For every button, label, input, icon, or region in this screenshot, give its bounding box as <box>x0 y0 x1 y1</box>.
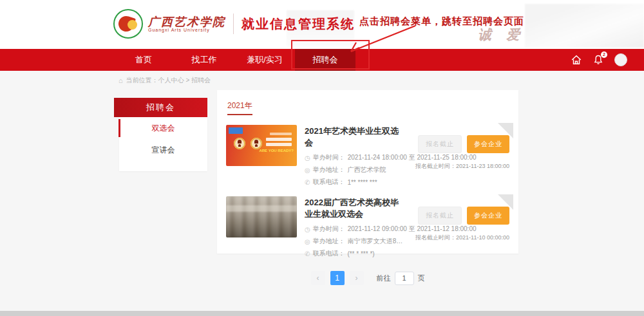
deadline-label: 报名截止时间： <box>415 234 456 241</box>
phone-value: 1** **** *** <box>347 179 377 186</box>
time-label: 举办时间： <box>313 153 345 162</box>
fair-info: 2022届广西艺术类高校毕业生就业双选会 ◷ 举办时间： 2021-11-12 … <box>305 196 406 258</box>
nav-item-home[interactable]: 首页 <box>113 49 174 71</box>
phone-icon: ✆ <box>305 179 310 186</box>
phone-icon: ✆ <box>305 250 310 257</box>
registration-closed-button[interactable]: 报名截止 <box>418 135 462 153</box>
system-title: 就业信息管理系统 <box>242 15 355 33</box>
corner-ribbon-icon <box>498 123 513 138</box>
fair-actions: 报名截止 参会企业 报名截止时间：2021-11-10 00:00:00 <box>406 196 509 258</box>
figure-icon <box>251 138 262 149</box>
notification-bell-icon[interactable]: 2 <box>592 54 604 66</box>
sidebar-item-info-session[interactable]: 宣讲会 <box>119 139 207 161</box>
address-value: 广西艺术学院 <box>348 165 386 174</box>
button-row: 报名截止 参会企业 <box>406 207 509 225</box>
sidebar-item-label: 双选会 <box>152 124 175 133</box>
fair-actions: 报名截止 参会企业 报名截止时间：2021-11-23 18:00:00 <box>406 125 509 187</box>
breadcrumb-text: 当前位置：个人中心 > 招聘会 <box>126 76 211 85</box>
nav-item-find-job[interactable]: 找工作 <box>174 49 234 71</box>
university-name: 广西艺术学院 Guangxi Arts University <box>148 15 225 32</box>
sidebar-item-label: 宣讲会 <box>152 145 175 154</box>
registration-deadline: 报名截止时间：2021-11-10 00:00:00 <box>406 234 509 242</box>
breadcrumb: ⌂ 当前位置：个人中心 > 招聘会 <box>0 71 644 85</box>
pagination: ‹ 1 › 前往 页 <box>226 271 509 285</box>
goto-page-input[interactable] <box>395 272 414 285</box>
button-row: 报名截止 参会企业 <box>406 135 509 153</box>
registration-closed-button[interactable]: 报名截止 <box>418 207 462 225</box>
breadcrumb-home-icon: ⌂ <box>118 77 123 84</box>
annotation-text: 点击招聘会菜单，跳转至招聘会页面 <box>359 15 524 28</box>
fair-thumbnail[interactable]: ARE YOU READY? <box>226 125 297 166</box>
location-icon: ◎ <box>305 167 310 174</box>
page: 诚 爱 广西艺术学院 Guangxi Arts University 就业信息管… <box>0 0 644 316</box>
main-navbar: 首页 找工作 兼职/实习 招聘会 2 <box>0 49 644 71</box>
address-label: 举办地址： <box>313 237 345 246</box>
nav-item-parttime[interactable]: 兼职/实习 <box>234 49 295 71</box>
footer-strip <box>0 311 644 316</box>
address-label: 举办地址： <box>313 165 345 174</box>
thumb-slogan: ARE YOU READY? <box>259 149 294 153</box>
phone-label: 联系电话： <box>312 249 345 258</box>
content-area: ⌂ 当前位置：个人中心 > 招聘会 招聘会 双选会 宣讲会 2021年 <box>0 71 644 311</box>
thumb-text-bar <box>270 133 292 135</box>
job-fair-card: ARE YOU READY? 2021年艺术类毕业生双选会 ◷ 举办时间： 20… <box>226 125 509 187</box>
fair-title[interactable]: 2021年艺术类毕业生双选会 <box>305 125 406 149</box>
phone-value: (** * *** *) <box>347 250 374 257</box>
nav-item-job-fair[interactable]: 招聘会 <box>295 49 355 71</box>
clock-icon: ◷ <box>305 226 310 233</box>
building-watermark-right <box>525 4 644 48</box>
fair-info: 2021年艺术类毕业生双选会 ◷ 举办时间： 2021-11-24 18:00:… <box>305 125 406 187</box>
fair-phone-row: ✆ 联系电话： (** * *** *) <box>305 249 406 258</box>
page-unit-label: 页 <box>418 274 425 283</box>
pagination-goto: 前往 页 <box>377 272 425 285</box>
logo-divider <box>233 14 234 34</box>
calligraphy-watermark: 诚 爱 <box>478 26 525 44</box>
thumb-text-bar <box>266 138 292 141</box>
sidebar-header: 招聘会 <box>114 98 207 117</box>
goto-label: 前往 <box>377 274 391 283</box>
job-fair-list-panel: 2021年 ARE YOU READY? 2021年艺术类毕业生双选会 ◷ <box>217 90 518 254</box>
nav-menu: 首页 找工作 兼职/实习 招聘会 <box>113 49 355 71</box>
fair-time-row: ◷ 举办时间： 2021-11-24 18:00:00 至 2021-11-25… <box>305 153 406 162</box>
fair-phone-row: ✆ 联系电话： 1** **** *** <box>305 178 406 187</box>
deadline-label: 报名截止时间： <box>415 163 456 169</box>
logo[interactable]: 广西艺术学院 Guangxi Arts University 就业信息管理系统 <box>113 9 355 39</box>
fair-time-row: ◷ 举办时间： 2021-11-12 09:00:00 至 2021-11-12… <box>305 225 406 234</box>
figure-icon <box>234 138 245 149</box>
phone-label: 联系电话： <box>312 178 345 187</box>
pagination-page-1[interactable]: 1 <box>330 271 345 285</box>
sidebar-item-two-way-fair[interactable]: 双选会 <box>119 117 207 139</box>
active-indicator-bar <box>118 119 120 137</box>
university-name-en: Guangxi Arts University <box>148 28 225 32</box>
home-icon[interactable] <box>571 54 582 66</box>
notification-badge: 2 <box>601 51 607 58</box>
location-icon: ◎ <box>305 238 310 245</box>
nav-right-tools: 2 <box>571 49 627 71</box>
user-avatar[interactable] <box>614 53 627 66</box>
university-name-zh: 广西艺术学院 <box>148 15 225 28</box>
thumb-text-bar <box>266 143 292 146</box>
time-label: 举办时间： <box>313 225 345 234</box>
registration-deadline: 报名截止时间：2021-11-23 18:00:00 <box>406 162 509 171</box>
photo-highlight <box>226 205 297 212</box>
photo-texture <box>226 196 297 237</box>
top-header: 诚 爱 广西艺术学院 Guangxi Arts University 就业信息管… <box>0 0 644 49</box>
clock-icon: ◷ <box>305 154 310 162</box>
deadline-value: 2021-11-10 00:00:00 <box>456 234 509 241</box>
fair-address-row: ◎ 举办地址： 广西艺术学院 <box>305 165 406 174</box>
thumb-tag <box>229 127 243 134</box>
sidebar: 招聘会 双选会 宣讲会 <box>119 98 207 171</box>
pagination-next-button[interactable]: › <box>350 271 364 285</box>
pagination-prev-button[interactable]: ‹ <box>311 271 325 285</box>
corner-ribbon-icon <box>498 194 513 210</box>
tab-year-2021[interactable]: 2021年 <box>227 100 252 115</box>
fair-title[interactable]: 2022届广西艺术类高校毕业生就业双选会 <box>305 197 406 220</box>
fair-thumbnail[interactable] <box>226 196 297 237</box>
address-value: 南宁市罗文大道8号广西艺术学院相思湖校区足球场 <box>348 237 406 246</box>
deadline-value: 2021-11-23 18:00:00 <box>456 163 509 169</box>
fair-address-row: ◎ 举办地址： 南宁市罗文大道8号广西艺术学院相思湖校区足球场 <box>305 237 406 246</box>
job-fair-card: 2022届广西艺术类高校毕业生就业双选会 ◷ 举办时间： 2021-11-12 … <box>226 196 509 258</box>
university-logo-icon <box>113 9 143 39</box>
logo-yellow-shape <box>128 20 137 30</box>
